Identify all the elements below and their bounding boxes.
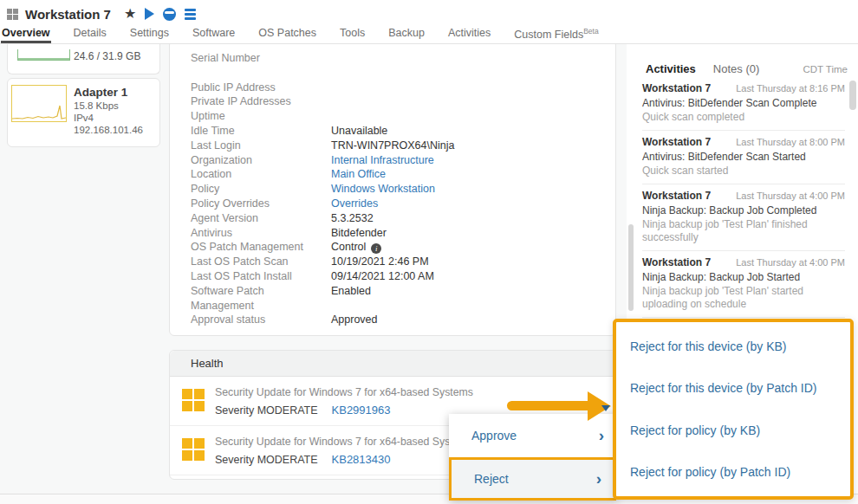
detail-value: 5.3.2532 [331,211,374,226]
detail-row: Private IP Addresses [191,94,615,109]
activity-device: Workstation 7 [642,256,711,268]
detail-row: AntivirusBitdefender [191,226,615,241]
detail-label: Private IP Addresses [191,94,331,109]
detail-row: Policy OverridesOverrides [191,197,615,211]
patch-context-menu: Approve› Reject› [449,414,616,501]
activity-timestamp: Last Thursday at 8:00 PM [736,137,845,147]
patch-severity: Severity MODERATE [215,454,318,466]
detail-row: Public IP Address [191,81,615,95]
adapter-speed: 15.8 Kbps [74,100,119,111]
location-link[interactable]: Main Office [331,167,386,182]
notes-tab[interactable]: Notes (0) [713,62,759,75]
tab-software[interactable]: Software [192,24,236,43]
activity-timestamp: Last Thursday at 4:00 PM [736,191,845,201]
detail-row: Idle TimeUnavailable [191,124,615,139]
health-panel-title: Health [170,351,615,377]
beta-badge: Beta [583,27,599,36]
kb-link[interactable]: KB2813430 [332,453,391,466]
detail-value: Controli [331,240,381,255]
detail-row-spacer [191,66,615,81]
reject-policy-by-kb-item[interactable]: Reject for policy (by KB) [616,410,850,451]
activity-device: Workstation 7 [642,190,711,202]
timezone-label: CDT Time [803,64,848,74]
activity-title: Ninja Backup: Backup Job Started [642,271,845,283]
chevron-right-icon: › [596,469,601,488]
network-sparkline-chart [11,85,67,122]
detail-label: Antivirus [191,226,331,241]
detail-label: Organization [191,153,331,168]
tab-custom-fields[interactable]: Custom FieldsBeta [513,24,599,43]
activity-entry: Workstation 7Last Thursday at 8:00 PM An… [642,131,845,184]
activity-detail: Ninja backup job 'Test Plan' finished su… [642,218,845,244]
tab-settings[interactable]: Settings [129,24,170,43]
detail-row: Last OS Patch Scan10/19/2021 2:46 PM [191,255,615,269]
tab-tools[interactable]: Tools [339,24,366,43]
activity-timestamp: Last Thursday at 8:16 PM [736,83,845,94]
reject-submenu: Reject for this device (by KB) Reject fo… [613,319,854,500]
tab-os-patches[interactable]: OS Patches [257,24,317,43]
detail-value: TRN-WIN7PROX64\Ninja [331,139,454,153]
detail-row: Serial Number [191,51,615,66]
detail-row: Approval statusApproved [191,313,615,327]
policy-link[interactable]: Windows Workstation [331,182,435,197]
patch-title: Security Update for Windows 7 for x64-ba… [215,386,473,398]
detail-label: Last OS Patch Scan [191,255,331,269]
memory-usage-value: 24.6 / 31.9 GB [74,50,140,62]
favorite-star-icon[interactable]: ★ [124,7,136,21]
tab-activities[interactable]: Activities [447,24,491,43]
kb-link[interactable]: KB2991963 [332,404,391,417]
organization-link[interactable]: Internal Infrastructure [331,153,434,168]
annotation-arrow [507,401,592,410]
activity-title: Antivirus: BitDefender Scan Complete [642,97,845,109]
memory-sparkline-chart [17,49,70,61]
detail-row: Last OS Patch Install09/14/2021 12:00 AM [191,269,615,284]
detail-row: Agent Version5.3.2532 [191,211,615,226]
tab-backup[interactable]: Backup [387,24,426,43]
activity-detail: Quick scan completed [642,111,845,124]
network-adapter-card: Adapter 1 15.8 Kbps IPv4 192.168.101.46 [7,78,160,147]
remote-play-icon[interactable] [145,8,154,20]
reject-device-by-kb-item[interactable]: Reject for this device (by KB) [616,326,850,367]
ninja-agent-icon[interactable] [163,8,176,21]
reject-device-by-patchid-item[interactable]: Reject for this device (by Patch ID) [616,367,850,409]
activity-entry: Workstation 7Last Thursday at 8:16 PM An… [642,77,845,131]
detail-label: Idle Time [191,124,331,139]
policy-overrides-link[interactable]: Overrides [331,197,378,211]
detail-label: Agent Version [191,211,331,226]
device-tabbar: Overview Details Settings Software OS Pa… [0,24,858,44]
detail-row: PolicyWindows Workstation [191,182,615,197]
detail-label: Approval status [191,313,331,327]
windows-flag-icon [182,389,205,417]
detail-value: Approved [331,313,378,327]
actions-menu-icon[interactable] [185,9,196,20]
activity-device: Workstation 7 [642,136,711,148]
device-title: Workstation 7 [25,7,111,22]
tab-details[interactable]: Details [73,24,107,43]
adapter-protocol: IPv4 [74,113,94,123]
activity-entry: Workstation 7Last Thursday at 4:00 PM Ni… [642,184,845,251]
page-scrollbar[interactable] [628,224,634,311]
detail-row: LocationMain Office [191,167,615,182]
patch-severity: Severity MODERATE [215,404,318,417]
reject-menu-item[interactable]: Reject› [449,457,616,501]
chevron-right-icon: › [599,426,604,445]
activities-tab[interactable]: Activities [646,62,696,75]
detail-label: Policy Overrides [191,197,331,211]
windows-os-icon [7,9,18,20]
activity-detail: Quick scan started [642,165,845,178]
dropdown-caret-icon[interactable] [601,405,610,411]
detail-row: Uptime [191,109,615,124]
detail-label: Software Patch Management [191,284,331,313]
info-icon[interactable]: i [371,243,381,254]
activities-scrollbar[interactable] [849,81,856,110]
windows-flag-icon [182,438,205,466]
detail-value: Bitdefender [331,226,387,241]
device-header: Workstation 7 ★ [0,0,858,24]
detail-value: 09/14/2021 12:00 AM [331,269,434,284]
patch-title: Security Update for Windows 7 for x64-ba… [215,436,473,448]
reject-policy-by-patchid-item[interactable]: Reject for policy (by Patch ID) [616,451,850,493]
detail-row: OrganizationInternal Infrastructure [191,153,615,168]
tab-overview[interactable]: Overview [1,24,51,43]
adapter-ip: 192.168.101.46 [74,125,143,135]
detail-row: Software Patch ManagementEnabled [191,284,615,313]
